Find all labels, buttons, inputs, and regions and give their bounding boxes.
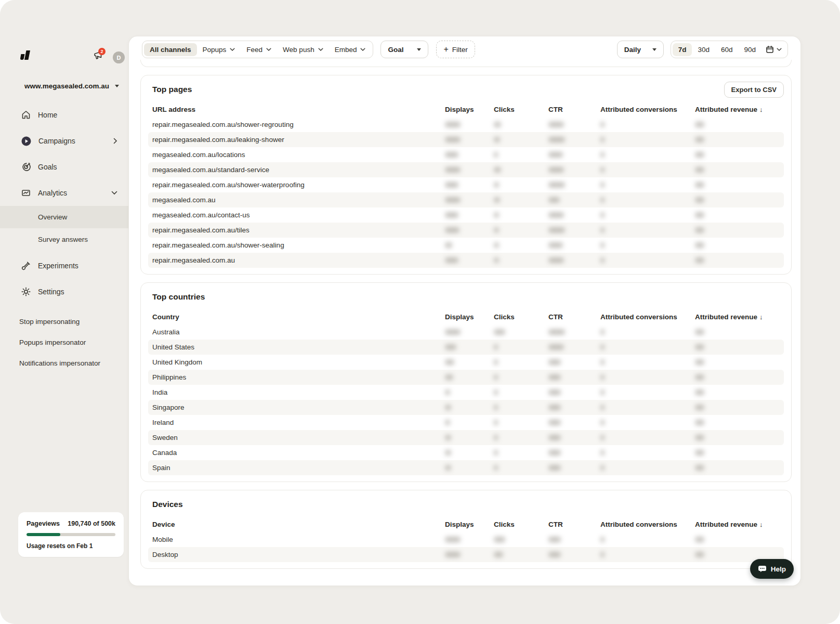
redacted-metric-value (445, 374, 494, 380)
chevron-down-icon (777, 48, 782, 51)
redacted-metric-value (445, 359, 494, 365)
toolbar: All channels Popups Feed Web push Embed (129, 36, 800, 58)
row-label: Canada (152, 449, 445, 457)
top-countries-card: Top countries CountryDisplaysClicksCTRAt… (140, 282, 792, 482)
tab-feed[interactable]: Feed (241, 43, 277, 56)
blurred-value-blob (548, 359, 561, 365)
filter-button[interactable]: + Filter (436, 41, 475, 58)
usage-progress-bar (27, 533, 115, 536)
blurred-value-blob (695, 537, 704, 542)
top-pages-table: URL addressDisplaysClicksCTRAttributed c… (148, 101, 784, 268)
table-row: United States (148, 340, 784, 355)
blurred-value-blob (548, 389, 561, 395)
blurred-value-blob (600, 257, 605, 263)
blurred-value-blob (445, 242, 452, 248)
blurred-value-blob (695, 420, 704, 425)
redacted-metric-value (494, 405, 548, 410)
row-label: Desktop (152, 551, 445, 558)
notifications-impersonator-link[interactable]: Notifications impersonator (0, 353, 129, 373)
sidebar-item-home[interactable]: Home (0, 102, 129, 128)
redacted-metric-value (695, 552, 780, 557)
devices-table: DeviceDisplaysClicksCTRAttributed conver… (148, 516, 784, 562)
column-header-attributed-revenue[interactable]: Attributed revenue↓ (695, 521, 780, 528)
column-header-attributed-revenue[interactable]: Attributed revenue↓ (695, 106, 780, 113)
range-7d[interactable]: 7d (673, 43, 692, 56)
sidebar-item-goals[interactable]: Goals (0, 154, 129, 180)
tab-popups[interactable]: Popups (197, 43, 241, 56)
table-row: repair.megasealed.com.au/leaking-shower (148, 132, 784, 147)
blurred-value-blob (445, 405, 451, 410)
redacted-metric-value (695, 242, 780, 248)
blurred-value-blob (548, 167, 564, 173)
row-label: United Kingdom (152, 358, 445, 366)
redacted-metric-value (445, 137, 494, 142)
redacted-metric-value (600, 420, 695, 425)
goal-dropdown[interactable]: Goal (380, 41, 428, 58)
tab-web-push[interactable]: Web push (277, 43, 329, 56)
export-to-csv-button[interactable]: Export to CSV (724, 82, 784, 98)
stop-impersonating-link[interactable]: Stop impersonating (0, 311, 129, 332)
redacted-metric-value (494, 552, 548, 557)
tab-all-channels[interactable]: All channels (144, 43, 197, 56)
table-row: megasealed.com.au/locations (148, 147, 784, 162)
row-label: megasealed.com.au/contact-us (152, 211, 445, 219)
blurred-value-blob (695, 152, 704, 158)
blurred-value-blob (548, 344, 564, 350)
row-label: repair.megasealed.com.au (152, 256, 445, 264)
blurred-value-blob (695, 182, 704, 188)
usage-progress-fill (27, 533, 60, 536)
sidebar: 2 D www.megasealed.com.au Home (0, 0, 129, 624)
redacted-metric-value (494, 167, 548, 173)
sidebar-item-overview[interactable]: Overview (0, 206, 129, 228)
redacted-metric-value (600, 257, 695, 263)
chat-bubble-icon (758, 565, 767, 573)
redacted-metric-value (695, 167, 780, 173)
popups-impersonator-link[interactable]: Popups impersonator (0, 332, 129, 353)
scroll-content[interactable]: Top pages Export to CSV URL addressDispl… (129, 60, 800, 569)
table-row: Mobile (148, 532, 784, 547)
range-90d[interactable]: 90d (738, 43, 762, 56)
redacted-metric-value (600, 242, 695, 248)
blurred-value-blob (548, 227, 565, 233)
help-button[interactable]: Help (750, 559, 794, 579)
pageviews-usage-card: Pageviews 190,740 of 500k Usage resets o… (18, 512, 124, 557)
sidebar-item-settings[interactable]: Settings (0, 279, 129, 305)
redacted-metric-value (548, 212, 600, 218)
calendar-picker-button[interactable] (762, 45, 786, 54)
redacted-metric-value (445, 242, 494, 248)
row-label: Sweden (152, 434, 445, 441)
sidebar-item-campaigns[interactable]: Campaigns (0, 128, 129, 154)
table-row: megasealed.com.au (148, 192, 784, 207)
redacted-metric-value (445, 420, 494, 425)
redacted-metric-value (600, 374, 695, 380)
table-row: Ireland (148, 415, 784, 430)
announcements-megaphone-icon[interactable]: 2 (93, 50, 107, 63)
redacted-metric-value (695, 465, 780, 471)
table-row: repair.megasealed.com.au/shower-sealing (148, 238, 784, 253)
redacted-metric-value (548, 122, 600, 127)
table-body: repair.megasealed.com.au/shower-regrouti… (148, 117, 784, 268)
sidebar-item-analytics[interactable]: Analytics (0, 180, 129, 206)
site-selector-dropdown[interactable]: www.megasealed.com.au (24, 82, 122, 90)
chevron-down-icon (230, 48, 235, 51)
tab-embed[interactable]: Embed (329, 43, 372, 56)
column-header-displays: Displays (445, 521, 494, 528)
range-60d[interactable]: 60d (715, 43, 739, 56)
redacted-metric-value (494, 182, 548, 188)
row-label: megasealed.com.au/locations (152, 151, 445, 159)
blurred-value-blob (600, 167, 605, 173)
blurred-value-blob (695, 389, 704, 395)
interval-dropdown[interactable]: Daily (617, 41, 664, 58)
row-label: repair.megasealed.com.au/shower-sealing (152, 241, 445, 249)
sidebar-item-experiments[interactable]: Experiments (0, 253, 129, 279)
range-30d[interactable]: 30d (692, 43, 715, 56)
table-row: Philippines (148, 370, 784, 385)
user-avatar[interactable]: D (113, 51, 125, 63)
blurred-value-blob (494, 242, 499, 248)
redacted-metric-value (600, 182, 695, 188)
brand-logo-icon[interactable] (19, 49, 38, 61)
column-header-ctr: CTR (548, 106, 600, 113)
table-body: MobileDesktop (148, 532, 784, 562)
sidebar-item-survey-answers[interactable]: Survey answers (0, 228, 129, 251)
column-header-attributed-revenue[interactable]: Attributed revenue↓ (695, 313, 780, 321)
